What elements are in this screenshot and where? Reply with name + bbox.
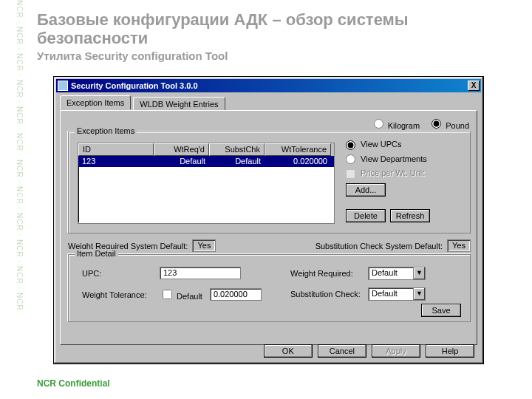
- radio-pound[interactable]: Pound: [428, 121, 469, 130]
- cell-wttol: 0.020000: [265, 156, 331, 167]
- exception-items-group-label: Exception Items: [75, 126, 137, 135]
- tab-panel-exception: Kilogram Pound Exception Items ID WtReq'…: [60, 110, 477, 345]
- col-wttolerance[interactable]: WtTolerance: [265, 143, 331, 156]
- dialog-button-row: OK Cancel Apply Help: [261, 344, 474, 358]
- view-options: View UPCs View Departments Price per Wt.…: [346, 140, 427, 201]
- subst-check-default-label: Substitution Check System Default:: [316, 242, 443, 250]
- radio-kilogram[interactable]: Kilogram: [370, 121, 420, 130]
- titlebar[interactable]: Security Configuration Tool 3.0.0 X: [56, 79, 481, 92]
- col-id[interactable]: ID: [78, 143, 154, 156]
- radio-view-departments[interactable]: View Departments: [346, 154, 427, 163]
- save-button[interactable]: Save: [421, 304, 461, 317]
- cell-id: 123: [78, 156, 154, 167]
- refresh-button[interactable]: Refresh: [390, 209, 430, 222]
- slide-header: Базовые конфигурации АДК – обзор системы…: [0, 0, 532, 65]
- radio-kilogram-label: Kilogram: [388, 121, 420, 130]
- weight-required-default-value: Yes: [192, 239, 216, 252]
- chevron-down-icon[interactable]: ▼: [413, 288, 425, 300]
- window-title: Security Configuration Tool 3.0.0: [71, 81, 468, 90]
- tab-exception-items[interactable]: Exception Items: [60, 95, 131, 109]
- app-icon: [58, 81, 68, 91]
- checkbox-price-per-wt-label: Price per Wt. Unit: [361, 168, 424, 177]
- weight-required-label: Weight Required:: [290, 269, 368, 278]
- weight-tolerance-field[interactable]: 0.020000: [210, 288, 262, 301]
- weight-tolerance-label: Weight Tolerance:: [82, 290, 160, 299]
- slide-subtitle: Утилита Security configuration Tool: [37, 50, 495, 62]
- radio-pound-label: Pound: [446, 121, 469, 130]
- apply-button[interactable]: Apply: [372, 344, 420, 358]
- checkbox-price-per-wt: Price per Wt. Unit: [346, 168, 424, 177]
- side-pattern: NCR · NCR · NCR · NCR · NCR · NCR · NCR …: [6, 0, 24, 399]
- substitution-check-value: Default: [369, 288, 413, 300]
- upc-label: UPC:: [82, 269, 160, 278]
- radio-view-departments-label: View Departments: [361, 154, 427, 163]
- security-config-dialog: Security Configuration Tool 3.0.0 X Exce…: [53, 76, 484, 364]
- close-icon[interactable]: X: [468, 81, 480, 91]
- list-row[interactable]: 123 Default Default 0.020000: [78, 156, 334, 167]
- list-action-buttons: Delete Refresh: [346, 209, 432, 222]
- col-wtreqd[interactable]: WtReq'd: [154, 143, 209, 156]
- weight-required-value: Default: [369, 267, 413, 279]
- item-detail-label: Item Detail: [75, 249, 118, 258]
- ok-button[interactable]: OK: [264, 344, 313, 358]
- cancel-button[interactable]: Cancel: [318, 344, 366, 358]
- slide-title: Базовые конфигурации АДК – обзор системы…: [37, 10, 495, 48]
- radio-view-upcs[interactable]: View UPCs: [346, 140, 402, 149]
- exception-items-group: Exception Items ID WtReq'd SubstChk WtTo…: [68, 132, 471, 233]
- cell-substchk: Default: [209, 156, 265, 167]
- help-button[interactable]: Help: [426, 344, 474, 358]
- substitution-check-combo[interactable]: Default ▼: [368, 287, 426, 301]
- subst-check-default-value: Yes: [447, 239, 471, 252]
- tab-wldb-weight-entries[interactable]: WLDB Weight Entries: [133, 97, 225, 111]
- upc-field[interactable]: 123: [160, 267, 241, 279]
- weight-tolerance-default-label: Default: [177, 292, 202, 301]
- cell-wtreqd: Default: [154, 156, 209, 167]
- substitution-check-label: Substitution Check:: [290, 290, 368, 299]
- listview-header: ID WtReq'd SubstChk WtTolerance: [78, 143, 334, 156]
- chevron-down-icon[interactable]: ▼: [413, 267, 425, 279]
- add-button[interactable]: Add...: [346, 183, 386, 197]
- exception-listview[interactable]: ID WtReq'd SubstChk WtTolerance 123 Defa…: [78, 143, 335, 224]
- delete-button[interactable]: Delete: [346, 209, 386, 222]
- footer-confidential: NCR Confidential: [37, 378, 110, 389]
- weight-required-combo[interactable]: Default ▼: [368, 267, 426, 280]
- weight-tolerance-default-checkbox[interactable]: Default: [160, 287, 202, 301]
- col-substchk[interactable]: SubstChk: [209, 143, 265, 156]
- tab-strip: Exception Items WLDB Weight Entries: [60, 95, 477, 110]
- item-detail-group: Item Detail UPC: 123 Weight Required: De…: [68, 254, 471, 322]
- radio-view-upcs-label: View UPCs: [361, 140, 401, 149]
- unit-radio-group: Kilogram Pound: [364, 117, 469, 130]
- system-defaults-row: Weight Required System Default: Yes Subs…: [68, 239, 471, 252]
